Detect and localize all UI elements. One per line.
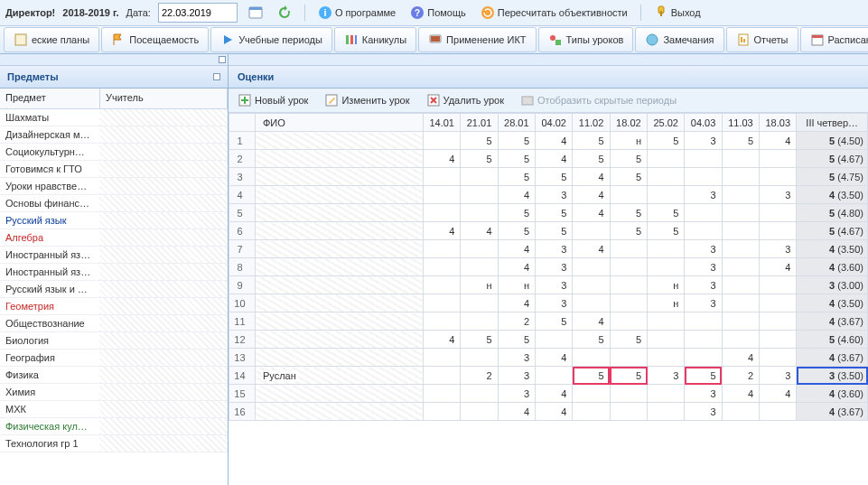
subject-row[interactable]: Геометрия (0, 298, 228, 315)
grade-cell[interactable] (573, 403, 610, 421)
grade-cell[interactable] (610, 385, 647, 403)
grade-cell[interactable]: 5 (685, 367, 722, 385)
grade-cell[interactable] (722, 331, 759, 349)
date-input[interactable] (158, 3, 238, 23)
grade-cell[interactable] (423, 403, 460, 421)
grade-row[interactable]: 164434 (3.67) (229, 403, 868, 421)
grade-cell[interactable]: 5 (648, 132, 685, 150)
date-column[interactable]: 14.01 (423, 114, 460, 132)
grade-cell[interactable]: 3 (685, 385, 722, 403)
help-button[interactable]: ?Помощь (406, 3, 470, 23)
grade-cell[interactable] (722, 403, 759, 421)
grade-cell[interactable] (648, 258, 685, 276)
grade-cell[interactable]: 3 (760, 186, 797, 204)
subject-row[interactable]: Алгебра (0, 229, 228, 247)
grade-cell[interactable] (610, 349, 647, 367)
grade-cell[interactable]: н (610, 132, 647, 150)
grade-cell[interactable]: 5 (536, 168, 573, 186)
grade-cell[interactable] (648, 331, 685, 349)
grade-cell[interactable]: 5 (573, 331, 610, 349)
grade-cell[interactable] (573, 294, 610, 312)
grade-cell[interactable]: 3 (760, 240, 797, 258)
subject-row[interactable]: Технология гр 1 (0, 435, 228, 452)
grade-cell[interactable] (461, 349, 498, 367)
grade-cell[interactable] (610, 294, 647, 312)
grade-cell[interactable]: 5 (498, 331, 535, 349)
grade-cell[interactable]: 4 (573, 240, 610, 258)
grade-cell[interactable] (648, 312, 685, 331)
grade-cell[interactable] (760, 403, 797, 421)
grade-cell[interactable]: 3 (685, 258, 722, 276)
subject-row[interactable]: Иностранный яз… (0, 247, 228, 264)
grade-cell[interactable]: 4 (461, 222, 498, 240)
grade-cell[interactable] (722, 240, 759, 258)
subject-row[interactable]: Биология (0, 332, 228, 350)
grade-cell[interactable] (461, 168, 498, 186)
grade-cell[interactable]: 3 (536, 294, 573, 312)
grade-cell[interactable]: 4 (498, 258, 535, 276)
grade-cell[interactable] (461, 385, 498, 403)
grade-cell[interactable] (648, 403, 685, 421)
date-column[interactable]: 21.01 (461, 114, 498, 132)
grade-cell[interactable] (461, 294, 498, 312)
grade-cell[interactable] (423, 276, 460, 294)
edit-lesson-button[interactable]: Изменить урок (321, 91, 413, 109)
grade-cell[interactable]: н (498, 276, 535, 294)
grade-cell[interactable] (648, 150, 685, 168)
about-button[interactable]: iО программе (314, 3, 399, 23)
grade-cell[interactable]: 5 (573, 150, 610, 168)
grade-cell[interactable] (685, 150, 722, 168)
grade-row[interactable]: 1043н34 (3.50) (229, 294, 868, 312)
subject-row[interactable]: Русский язык и … (0, 281, 228, 298)
grade-cell[interactable] (461, 403, 498, 421)
grade-cell[interactable]: 5 (498, 132, 535, 150)
grade-cell[interactable]: 3 (498, 367, 535, 385)
grade-cell[interactable]: 4 (722, 385, 759, 403)
grade-cell[interactable] (722, 222, 759, 240)
grade-cell[interactable] (648, 168, 685, 186)
grade-cell[interactable]: 5 (648, 204, 685, 222)
grade-cell[interactable]: 3 (536, 276, 573, 294)
grade-cell[interactable]: 5 (610, 367, 647, 385)
subjects-col-teacher[interactable]: Учитель (100, 89, 228, 108)
grade-cell[interactable]: 5 (498, 204, 535, 222)
tab-attendance[interactable]: Посещаемость (101, 27, 209, 52)
grade-cell[interactable]: 5 (461, 132, 498, 150)
grade-cell[interactable] (648, 385, 685, 403)
subject-row[interactable]: МХК (0, 401, 228, 418)
refresh-date-button[interactable] (274, 3, 295, 23)
grade-cell[interactable]: 5 (536, 222, 573, 240)
grade-cell[interactable]: 4 (423, 222, 460, 240)
grade-cell[interactable] (423, 240, 460, 258)
grade-cell[interactable] (760, 276, 797, 294)
grade-cell[interactable]: 4 (760, 132, 797, 150)
tab-plans[interactable]: еские планы (4, 27, 99, 52)
grade-cell[interactable] (648, 240, 685, 258)
tab-lesson-types[interactable]: Типы уроков (538, 27, 634, 52)
subject-row[interactable]: Уроки нравстве… (0, 178, 228, 195)
grade-cell[interactable]: 5 (461, 331, 498, 349)
grade-cell[interactable] (760, 349, 797, 367)
grade-cell[interactable]: 3 (685, 240, 722, 258)
grade-cell[interactable]: н (648, 294, 685, 312)
grade-cell[interactable]: 3 (536, 186, 573, 204)
grade-cell[interactable]: 5 (573, 132, 610, 150)
grade-cell[interactable] (685, 222, 722, 240)
grade-cell[interactable]: 5 (498, 150, 535, 168)
grade-cell[interactable]: 5 (461, 150, 498, 168)
grade-cell[interactable]: 4 (573, 168, 610, 186)
grade-cell[interactable] (760, 294, 797, 312)
grade-cell[interactable] (760, 312, 797, 331)
grade-cell[interactable]: 4 (536, 403, 573, 421)
tab-notes[interactable]: Замечания (635, 27, 723, 52)
subject-row[interactable]: Основы финанс… (0, 195, 228, 212)
date-column[interactable]: 11.02 (573, 114, 610, 132)
grade-cell[interactable] (760, 150, 797, 168)
grade-cell[interactable]: 5 (610, 204, 647, 222)
summary-header[interactable]: III четвер… (797, 114, 868, 132)
grade-row[interactable]: 9нн3н33 (3.00) (229, 276, 868, 294)
grade-cell[interactable]: 4 (498, 240, 535, 258)
grade-cell[interactable] (423, 367, 460, 385)
grade-cell[interactable]: 4 (498, 186, 535, 204)
grade-cell[interactable]: 3 (685, 403, 722, 421)
